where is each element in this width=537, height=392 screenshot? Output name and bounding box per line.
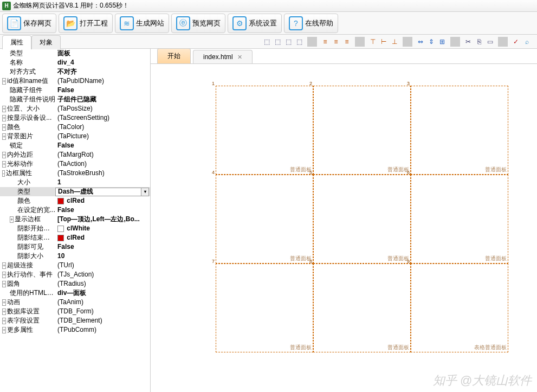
align-mid-icon[interactable]: ⊢ bbox=[379, 37, 389, 47]
prop-row[interactable]: 阴影大小 10 bbox=[0, 252, 150, 261]
search-icon[interactable]: ⌕ bbox=[522, 37, 532, 47]
expand-icon[interactable]: + bbox=[2, 133, 6, 140]
tab-file[interactable]: index.html ✕ bbox=[193, 50, 253, 63]
prop-row[interactable]: +光标动作 (TaAction) bbox=[0, 159, 150, 169]
panel-cell[interactable]: 4普通面板 bbox=[216, 175, 313, 264]
cut-icon[interactable]: ✂ bbox=[463, 37, 473, 47]
mini-btn[interactable]: ⬚ bbox=[273, 37, 282, 47]
prop-row[interactable]: +更多属性 (TPubComm) bbox=[0, 325, 150, 335]
expand-icon[interactable]: + bbox=[2, 161, 6, 168]
expand-icon[interactable]: + bbox=[2, 272, 6, 278]
prop-row[interactable]: +显示边框 [Top—顶边,Left—左边,Bo... bbox=[0, 215, 150, 224]
toolbar-btn-3[interactable]: ⓔ预览网页 bbox=[171, 14, 225, 33]
prop-row[interactable]: +颜色 (TaColor) bbox=[0, 123, 150, 132]
prop-row[interactable]: +表字段设置 (TDB_Element) bbox=[0, 316, 150, 325]
canvas[interactable]: 1普通面板2普通面板3普通面板4普通面板5普通面板6普通面板7普通面板8普通面板… bbox=[151, 64, 537, 392]
dist-icon[interactable]: ⊞ bbox=[437, 37, 447, 47]
align-center-icon[interactable]: ≡ bbox=[331, 37, 341, 47]
panel-cell[interactable]: 1普通面板 bbox=[216, 86, 313, 175]
align-right-icon[interactable]: ≡ bbox=[342, 37, 352, 47]
prop-label: +光标动作 bbox=[1, 159, 55, 169]
expand-icon[interactable]: + bbox=[2, 309, 6, 315]
panel-cell[interactable]: 3普通面板 bbox=[411, 86, 508, 175]
prop-row[interactable]: 阴影开始颜色 clWhite bbox=[0, 224, 150, 233]
prop-row[interactable]: +执行动作、事件 (TJs_Action) bbox=[0, 270, 150, 279]
panel-cell[interactable]: 9表格普通面板 bbox=[411, 264, 508, 352]
dropdown-icon[interactable]: ▾ bbox=[141, 188, 148, 196]
expand-icon[interactable]: - bbox=[2, 170, 5, 177]
panel-cell[interactable]: 8普通面板 bbox=[313, 264, 411, 352]
prop-row[interactable]: 名称 div_4 bbox=[0, 58, 150, 67]
panel-cell[interactable]: 6普通面板 bbox=[411, 175, 508, 264]
tab-start[interactable]: 开始 bbox=[157, 48, 191, 63]
expand-icon[interactable]: + bbox=[2, 115, 6, 121]
prop-row[interactable]: 锁定 False bbox=[0, 141, 150, 150]
prop-label: +颜色 bbox=[1, 123, 55, 132]
prop-row[interactable]: 对齐方式 不对齐 bbox=[0, 67, 150, 76]
expand-icon[interactable]: + bbox=[2, 106, 6, 112]
copy-icon[interactable]: ⎘ bbox=[474, 37, 484, 47]
expand-icon[interactable]: + bbox=[2, 124, 6, 131]
color-swatch bbox=[57, 235, 64, 241]
prop-label: +显示边框 bbox=[1, 215, 55, 224]
dist-h-icon[interactable]: ⇔ bbox=[416, 37, 425, 47]
prop-value: (TaPosSize) bbox=[55, 104, 149, 113]
prop-row[interactable]: +数据库设置 (TDB_Form) bbox=[0, 307, 150, 316]
prop-row[interactable]: +位置、大小 (TaPosSize) bbox=[0, 104, 150, 113]
check-icon[interactable]: ✓ bbox=[511, 37, 521, 47]
prop-row[interactable]: 在设定的宽... False bbox=[0, 205, 150, 215]
panel-cell[interactable]: 5普通面板 bbox=[313, 175, 411, 264]
prop-label: 颜色 bbox=[1, 196, 55, 205]
prop-row[interactable]: +超级连接 (TUrl) bbox=[0, 261, 150, 270]
prop-row[interactable]: 隐藏子组件说明 子组件已隐藏 bbox=[0, 95, 150, 104]
mini-btn[interactable]: ⬚ bbox=[262, 37, 271, 47]
expand-icon[interactable]: + bbox=[2, 281, 6, 287]
prop-label: 名称 bbox=[1, 58, 55, 67]
expand-icon[interactable]: + bbox=[2, 78, 6, 85]
align-bot-icon[interactable]: ⊥ bbox=[390, 37, 399, 47]
prop-row[interactable]: -边框属性 (TaStrokeBrush) bbox=[0, 169, 150, 178]
panel-cell[interactable]: 2普通面板 bbox=[313, 86, 411, 175]
expand-icon[interactable]: + bbox=[10, 216, 14, 223]
toolbar-btn-0[interactable]: 📄保存网页 bbox=[2, 14, 56, 33]
prop-row[interactable]: +动画 (TaAnim) bbox=[0, 298, 150, 307]
cell-index: 7 bbox=[212, 259, 215, 264]
expand-icon[interactable]: + bbox=[2, 299, 6, 306]
expand-icon[interactable]: + bbox=[2, 152, 6, 158]
mini-btn[interactable]: ⬚ bbox=[283, 37, 293, 47]
prop-row[interactable]: 颜色 clRed bbox=[0, 196, 150, 205]
prop-row[interactable]: +内外边距 (TaMargRot) bbox=[0, 150, 150, 159]
close-icon[interactable]: ✕ bbox=[237, 54, 242, 61]
mini-btn[interactable]: ⬚ bbox=[294, 37, 304, 47]
prop-label: 阴影大小 bbox=[1, 252, 55, 261]
prop-row[interactable]: 阴影结束颜色 clRed bbox=[0, 233, 150, 242]
panel-cell[interactable]: 7普通面板 bbox=[216, 264, 313, 352]
prop-label: 使用的HTML对象 bbox=[1, 288, 55, 298]
expand-icon[interactable]: + bbox=[2, 262, 6, 269]
align-left-icon[interactable]: ≡ bbox=[320, 37, 330, 47]
prop-row[interactable]: +背景图片 (TaPicture) bbox=[0, 132, 150, 141]
paste-icon[interactable]: ▭ bbox=[485, 37, 495, 47]
toolbar-icon: ? bbox=[289, 16, 303, 30]
prop-row[interactable]: 使用的HTML对象 div—面板 bbox=[0, 288, 150, 298]
prop-row[interactable]: 类型 Dash—虚线▾ bbox=[0, 187, 150, 196]
prop-row[interactable]: 隐藏子组件 False bbox=[0, 86, 150, 95]
expand-icon[interactable]: + bbox=[2, 327, 6, 333]
tab-objects[interactable]: 对象 bbox=[31, 35, 61, 49]
prop-row[interactable]: +按显示设备设... (TaScreenSetting) bbox=[0, 113, 150, 123]
expand-icon[interactable]: + bbox=[2, 318, 6, 324]
prop-row[interactable]: +id值和name值 (TaPubIDName) bbox=[0, 76, 150, 86]
prop-row[interactable]: +圆角 (TRadius) bbox=[0, 279, 150, 288]
toolbar-btn-1[interactable]: 📂打开工程 bbox=[59, 14, 113, 33]
tab-properties[interactable]: 属性 bbox=[2, 35, 31, 49]
toolbar-icon: 📂 bbox=[63, 16, 77, 30]
toolbar-btn-4[interactable]: ⚙系统设置 bbox=[228, 14, 282, 33]
toolbar-label: 在线帮助 bbox=[305, 18, 333, 28]
toolbar-btn-2[interactable]: ≋生成网站 bbox=[115, 14, 169, 33]
prop-row[interactable]: 类型 面板 bbox=[0, 49, 150, 58]
dist-v-icon[interactable]: ⇕ bbox=[426, 37, 436, 47]
toolbar-btn-5[interactable]: ?在线帮助 bbox=[284, 14, 338, 33]
prop-row[interactable]: 大小 1 bbox=[0, 178, 150, 187]
prop-row[interactable]: 阴影可见 False bbox=[0, 242, 150, 252]
align-top-icon[interactable]: ⊤ bbox=[368, 37, 378, 47]
